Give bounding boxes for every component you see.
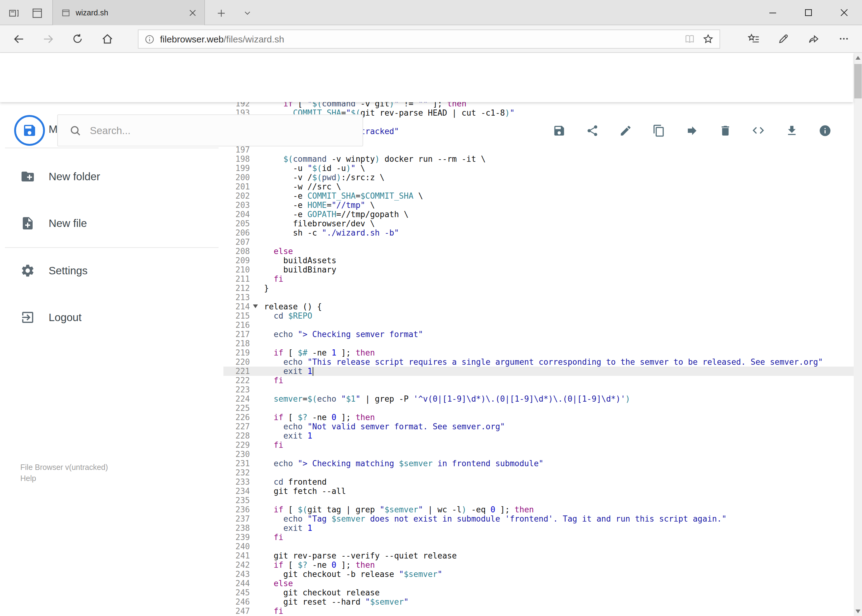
code-line[interactable]: 224 semver=$(echo "$1" | grep -P '^v(0|[… <box>224 394 853 404</box>
code-line[interactable]: 207 <box>224 237 853 247</box>
code-line[interactable]: 237 echo "Tag $semver does not exist in … <box>224 514 853 523</box>
code-line[interactable]: 222 fi <box>224 376 853 385</box>
code-line[interactable]: 233 cd frontend <box>224 477 853 487</box>
code-line[interactable]: 217 echo "> Checking semver format" <box>224 330 853 339</box>
code-line[interactable]: 215 cd $REPO <box>224 311 853 321</box>
code-line[interactable]: 221 exit 1 <box>224 366 853 376</box>
code-line[interactable]: 204 -e GOPATH=//tmp/gopath \ <box>224 210 853 219</box>
fold-widget-icon[interactable] <box>253 305 258 308</box>
code-line[interactable]: 243 git checkout -b release "$semver" <box>224 570 853 579</box>
settings-more-button[interactable] <box>834 28 854 49</box>
tab-close-button[interactable] <box>184 5 201 20</box>
code-line[interactable]: 212} <box>224 284 853 293</box>
info-button[interactable] <box>812 118 837 143</box>
tab-preview-button[interactable] <box>28 4 46 22</box>
code-line[interactable]: 223 <box>224 385 853 394</box>
search-input[interactable] <box>89 124 350 137</box>
share-page-button[interactable] <box>803 28 824 49</box>
code-line[interactable]: 228 exit 1 <box>224 431 853 440</box>
set-tabs-aside-button[interactable] <box>5 4 22 22</box>
back-button[interactable] <box>8 28 29 49</box>
code-line[interactable]: 210 buildBinary <box>224 265 853 274</box>
code-line[interactable]: 230 <box>224 449 853 459</box>
move-button[interactable] <box>679 118 704 143</box>
code-line[interactable]: 200 -v /$(pwd):/src:z \ <box>224 173 853 182</box>
code-line[interactable]: 211 fi <box>224 274 853 284</box>
code-line[interactable]: 226 if [ $? -ne 0 ]; then <box>224 413 853 422</box>
forward-button[interactable] <box>38 28 58 49</box>
reading-view-button[interactable] <box>680 30 698 48</box>
save-button[interactable] <box>547 118 571 143</box>
sidebar-item-logout[interactable]: Logout <box>0 299 219 336</box>
new-tab-button[interactable] <box>212 4 230 22</box>
code-line[interactable]: 225 <box>224 404 853 413</box>
code-line[interactable]: 231 echo "> Checking matching $semver in… <box>224 459 853 468</box>
code-line[interactable]: 201 -w //src \ <box>224 182 853 191</box>
code-line[interactable]: 229 fi <box>224 440 853 449</box>
code-line[interactable]: 246 git reset --hard "$semver" <box>224 597 853 607</box>
refresh-button[interactable] <box>67 28 88 49</box>
code-line[interactable]: 220 echo "This release script requires a… <box>224 357 853 366</box>
code-line[interactable]: 192 if [ "$(command -v git)" != "" ]; th… <box>224 102 853 108</box>
code-line[interactable]: 218 <box>224 339 853 348</box>
code-line[interactable]: 244 else <box>224 579 853 588</box>
minimize-button[interactable] <box>755 0 790 25</box>
hub-button[interactable] <box>743 28 764 49</box>
close-window-button[interactable] <box>826 0 862 25</box>
code-line[interactable]: 232 <box>224 468 853 477</box>
code-line[interactable]: 238 exit 1 <box>224 523 853 533</box>
add-favorite-button[interactable] <box>698 30 717 48</box>
code-line[interactable]: 216 <box>224 321 853 330</box>
sidebar-item-label: New file <box>49 217 87 230</box>
delete-button[interactable] <box>713 118 738 143</box>
code-line[interactable]: 241 git rev-parse --verify --quiet relea… <box>224 551 853 560</box>
tab-list-button[interactable] <box>239 4 256 22</box>
code-line[interactable]: 202 -e COMMIT_SHA=$COMMIT_SHA \ <box>224 191 853 201</box>
code-line[interactable]: 219 if [ $# -ne 1 ]; then <box>224 348 853 357</box>
sidebar-item-new-file[interactable]: New file <box>0 205 219 242</box>
code-line[interactable]: 242 if [ $? -ne 0 ]; then <box>224 560 853 570</box>
scroll-up-button[interactable] <box>853 53 862 63</box>
code-line[interactable]: 245 git checkout release <box>224 588 853 597</box>
sidebar-item-settings[interactable]: Settings <box>0 252 219 289</box>
scrollbar-thumb[interactable] <box>854 64 861 98</box>
line-number: 234 <box>224 487 250 496</box>
home-button[interactable] <box>97 28 118 49</box>
code-line[interactable]: 236 if [ $(git tag | grep "$semver" | wc… <box>224 505 853 514</box>
address-bar[interactable]: filebrowser.web/files/wizard.sh <box>138 30 720 49</box>
code-line[interactable]: 234 git fetch --all <box>224 487 853 496</box>
code-line[interactable]: 240 <box>224 542 853 551</box>
code-line[interactable]: 203 -e HOME="//tmp" \ <box>224 201 853 210</box>
sidebar-item-new-folder[interactable]: New folder <box>0 158 219 195</box>
code-line[interactable]: 213 <box>224 293 853 302</box>
code-view-button[interactable] <box>746 118 771 143</box>
browser-tab[interactable]: wizard.sh <box>52 0 205 25</box>
scroll-down-button[interactable] <box>853 606 862 616</box>
code-editor[interactable]: 192 if [ "$(command -v git)" != "" ]; th… <box>224 102 853 616</box>
code-line[interactable]: 239 fi <box>224 533 853 542</box>
share-icon <box>586 124 599 137</box>
code-line[interactable]: 199 -u "$(id -u)" \ <box>224 163 853 173</box>
code-line[interactable]: 209 buildAssets <box>224 256 853 265</box>
search-bar[interactable] <box>57 115 363 146</box>
filebrowser-logo[interactable] <box>14 115 45 146</box>
annotate-button[interactable] <box>773 28 794 49</box>
copy-button[interactable] <box>646 118 671 143</box>
help-link[interactable]: Help <box>20 474 108 484</box>
code-line[interactable]: 198 $(command -v winpty) docker run --rm… <box>224 154 853 163</box>
code-line[interactable]: 235 <box>224 496 853 505</box>
code-line[interactable]: 214release () { <box>224 302 853 311</box>
code-line[interactable]: 208 else <box>224 247 853 256</box>
site-info-icon[interactable] <box>145 34 154 44</box>
sidebar-divider <box>5 148 219 148</box>
code-line[interactable]: 205 filebrowser/dev \ <box>224 219 853 228</box>
maximize-button[interactable] <box>790 0 826 25</box>
edit-button[interactable] <box>613 118 638 143</box>
share-button[interactable] <box>580 118 604 143</box>
code-line[interactable]: 206 sh -c "./wizard.sh -b" <box>224 228 853 237</box>
code-line[interactable]: 247 fi <box>224 607 853 616</box>
page-scrollbar[interactable] <box>853 53 862 616</box>
code-line[interactable]: 227 echo "Not valid semver format. See s… <box>224 422 853 431</box>
download-button[interactable] <box>779 118 804 143</box>
code-line[interactable]: 197 <box>224 145 853 154</box>
